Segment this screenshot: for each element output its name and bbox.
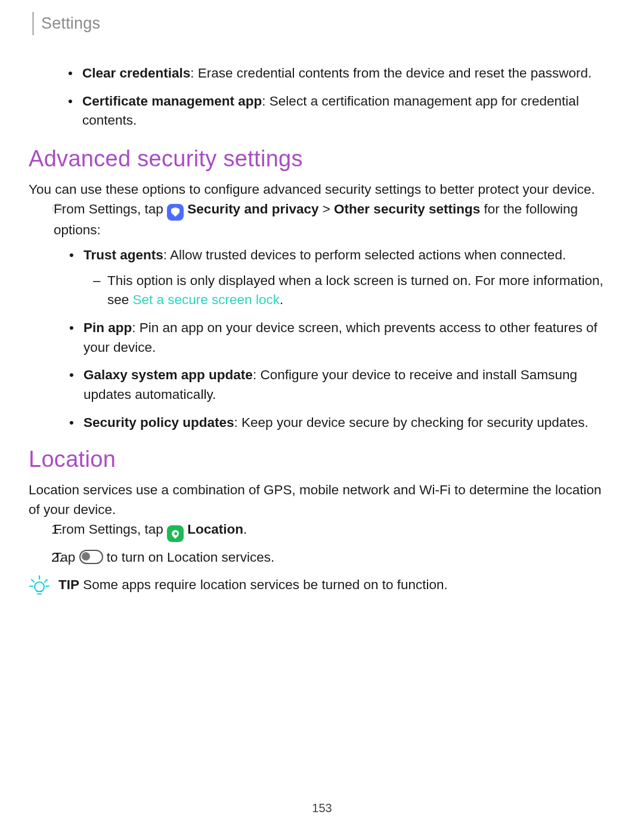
advanced-options: Trust agents: Allow trusted devices to p… [54,246,608,432]
location-steps: From Settings, tap Location. Tap to turn… [29,520,608,568]
tip-body: Some apps require location services be t… [79,577,448,592]
credential-bullets: Clear credentials: Erase credential cont… [29,64,608,131]
desc: : Allow trusted devices to perform selec… [163,247,566,262]
advanced-lead: From Settings, tap Security and privacy … [29,200,608,433]
list-item: Tap to turn on Location services. [54,548,608,568]
security-privacy-icon [167,204,184,221]
text-bold: Other security settings [334,202,480,216]
term: Galaxy system app update [83,367,253,382]
text: . [280,292,283,307]
heading-location: Location [29,443,608,476]
list-item: This option is only displayed when a loc… [107,271,608,310]
desc: : Keep your device secure by checking fo… [234,415,589,430]
desc: : Pin an app on your device screen, whic… [83,320,597,355]
location-icon [167,525,184,542]
location-intro: Location services use a combination of G… [29,481,608,519]
tip-label: TIP [58,577,79,592]
toggle-icon [79,550,103,564]
list-item: Galaxy system app update: Configure your… [83,366,608,404]
svg-line-2 [45,580,47,582]
content-body: Clear credentials: Erase credential cont… [29,64,608,597]
term: Certificate management app [82,94,262,109]
header-rule: Settings [32,12,608,35]
page-number: 153 [0,801,644,815]
list-item: Clear credentials: Erase credential cont… [82,64,608,83]
page-header-title: Settings [41,14,100,32]
desc: : Erase credential contents from the dev… [190,66,592,80]
svg-line-1 [32,580,34,582]
svg-point-5 [35,582,44,592]
heading-advanced-security: Advanced security settings [29,143,608,175]
term: Security policy updates [83,415,234,430]
link-set-secure-screen-lock[interactable]: Set a secure screen lock [133,292,280,307]
text: to turn on Location services. [103,550,275,565]
circle-marker-icon [52,203,62,213]
list-item: Security policy updates: Keep your devic… [83,413,608,433]
text: > [318,202,334,216]
header: Settings [29,12,608,35]
text-bold: Security and privacy [187,202,318,216]
term: Pin app [83,320,132,335]
tip-text: TIP Some apps require location services … [58,575,448,595]
list-item: Trust agents: Allow trusted devices to p… [83,246,608,310]
text: . [243,522,247,537]
text: From Settings, tap [54,202,167,216]
list-item: Pin app: Pin an app on your device scree… [83,318,608,357]
text: From Settings, tap [54,522,167,537]
text-bold: Location [187,522,243,537]
advanced-intro: You can use these options to configure a… [29,180,608,200]
lightbulb-icon [29,575,50,597]
term: Trust agents [83,247,163,262]
list-item: Certificate management app: Select a cer… [82,92,608,131]
sub-list: This option is only displayed when a loc… [83,271,608,310]
list-item: From Settings, tap Location. [54,520,608,542]
tip-callout: TIP Some apps require location services … [29,575,608,597]
term: Clear credentials [82,66,190,80]
page-container: Settings Clear credentials: Erase creden… [0,0,644,833]
list-item: From Settings, tap Security and privacy … [54,200,608,433]
text: Tap [54,550,79,565]
